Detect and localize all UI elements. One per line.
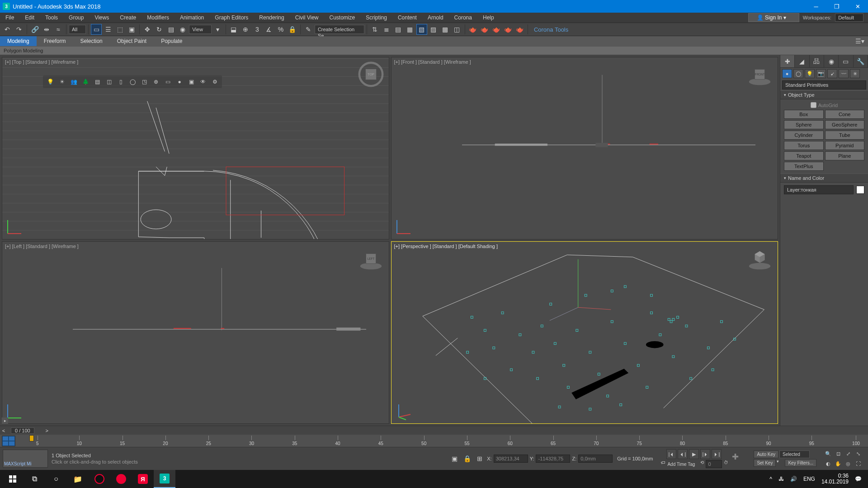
window-crossing-button[interactable]: ▣ (126, 24, 137, 35)
cp-tab-modify[interactable]: ◢ (795, 55, 809, 67)
scale-button[interactable]: ▤ (165, 24, 176, 35)
render-frame[interactable]: 🫖 (467, 24, 478, 35)
render-setup[interactable]: ◫ (452, 24, 462, 35)
layer-explorer[interactable]: ▤ (393, 24, 404, 35)
vtb-box-icon[interactable]: ◳ (140, 77, 149, 86)
viewport-left[interactable]: [+] [Left ] [Standard ] [Wireframe ] LEF… (2, 241, 389, 424)
timetag-icon[interactable]: 🏷 (661, 460, 665, 468)
btn-pyramid[interactable]: Pyramid (825, 141, 865, 150)
vtb-film-icon[interactable]: ▣ (187, 77, 196, 86)
tray-lang[interactable]: ENG (803, 476, 815, 482)
menu-create[interactable]: Create (114, 13, 142, 23)
rect-region-button[interactable]: ⬚ (114, 24, 125, 35)
vtb-light-icon[interactable]: 💡 (46, 77, 55, 86)
align-button[interactable]: ≣ (381, 24, 392, 35)
viewport-front[interactable]: [+] [Front ] [Standard ] [Wireframe ] FR… (391, 57, 778, 239)
vtb-sun-icon[interactable]: ☀ (57, 77, 66, 86)
yandex-icon[interactable]: Я (132, 470, 154, 488)
coord-x[interactable]: 308213,34 (494, 455, 528, 463)
cp-geo-icon[interactable]: ● (782, 69, 792, 78)
menu-scripting[interactable]: Scripting (360, 13, 392, 23)
select-object-button[interactable]: ▭ (91, 24, 102, 35)
tray-vol-icon[interactable]: 🔊 (790, 476, 797, 482)
key-target-dd[interactable]: Selected (779, 450, 810, 458)
menu-grapheditors[interactable]: Graph Editors (209, 13, 254, 23)
viewport-perspective[interactable]: [+] [Perspective ] [Standard ] [Default … (391, 241, 778, 424)
cp-tab-create[interactable]: ✚ (780, 55, 795, 67)
ribbon-menu-icon[interactable]: ☰▾ (854, 36, 865, 47)
viewcube-top[interactable]: TOP (359, 62, 383, 87)
viewcube-front[interactable]: FRONT (747, 62, 772, 87)
btn-torus[interactable]: Torus (784, 141, 824, 150)
key-dd-icon[interactable]: ▾ (777, 459, 784, 466)
lock-icon[interactable]: 🔒 (462, 453, 472, 464)
menu-corona[interactable]: Corona (449, 13, 477, 23)
add-timetag[interactable]: Add Time Tag (667, 462, 695, 467)
menu-modifiers[interactable]: Modifiers (142, 13, 175, 23)
goto-end[interactable]: ⏵| (712, 449, 722, 459)
bind-button[interactable]: ≈ (53, 24, 64, 35)
time-slider-key[interactable] (29, 435, 34, 441)
taskview-icon[interactable]: ⧉ (24, 470, 45, 488)
app1-icon[interactable] (89, 470, 110, 488)
object-name-field[interactable]: Layer:тонкая (784, 185, 854, 194)
cortana-icon[interactable]: ○ (45, 470, 67, 488)
prev-frame[interactable]: ⏴| (678, 449, 688, 459)
viewport-label-front[interactable]: [+] [Front ] [Standard ] [Wireframe ] (394, 59, 471, 65)
keyfilters-button[interactable]: Key Filters... (785, 459, 816, 467)
start-button[interactable] (2, 470, 24, 488)
menu-rendering[interactable]: Rendering (254, 13, 289, 23)
play-button[interactable]: ▶ (689, 449, 699, 459)
menu-tools[interactable]: Tools (40, 13, 63, 23)
cp-lights-icon[interactable]: 💡 (805, 69, 815, 78)
maxscript-mini[interactable]: MAXScript Mi (3, 450, 48, 468)
key-mode[interactable]: ⟲ (700, 460, 704, 468)
time-scroll[interactable]: < 0 / 100 > (0, 426, 868, 435)
vtb-view-icon[interactable]: ◫ (104, 77, 113, 86)
setkey-button[interactable]: Set Key (754, 459, 776, 467)
tab-freeform[interactable]: Freeform (37, 36, 73, 46)
menu-help[interactable]: Help (477, 13, 500, 23)
move-button[interactable]: ✥ (142, 24, 153, 35)
category-dropdown[interactable]: Standard Primitives (782, 80, 866, 89)
vtb-list-icon[interactable]: ▤ (93, 77, 102, 86)
pan-icon[interactable]: ✋ (834, 459, 843, 468)
menu-content[interactable]: Content (392, 13, 422, 23)
menu-edit[interactable]: Edit (19, 13, 40, 23)
goto-start[interactable]: |⏴ (666, 449, 676, 459)
set-key-big[interactable]: ✚ (732, 452, 745, 465)
tray-notif-icon[interactable]: 💬 (855, 476, 862, 482)
mirror-button[interactable]: ⇅ (369, 24, 380, 35)
vtb-orbit-icon[interactable]: ◯ (128, 77, 137, 86)
spinner-snap[interactable]: 🔒 (287, 24, 298, 35)
menu-animation[interactable]: Animation (175, 13, 209, 23)
btn-teapot[interactable]: Teapot (784, 151, 824, 160)
zoom-extall-icon[interactable]: ⤡ (854, 449, 863, 458)
ribbon-panel[interactable]: Polygon Modeling (0, 46, 868, 55)
cp-space-icon[interactable]: 〰 (839, 69, 849, 78)
btn-geosphere[interactable]: GeoSphere (825, 120, 865, 129)
menu-views[interactable]: Views (89, 13, 114, 23)
workspace-dropdown[interactable]: Default (835, 14, 863, 22)
autogrid-check[interactable]: AutoGrid (784, 102, 864, 108)
btn-textplus[interactable]: TextPlus (784, 162, 824, 171)
coord-y[interactable]: -114328,75 (536, 455, 570, 463)
redo-button[interactable]: ↷ (14, 24, 24, 35)
schematic-view[interactable]: ▨ (428, 24, 439, 35)
coord-z[interactable]: 0,0mm (578, 455, 613, 463)
time-prev[interactable]: < (0, 428, 7, 433)
tray-clock[interactable]: 0:36 14.01.2019 (821, 473, 849, 485)
cp-tab-utilities[interactable]: 🔧 (854, 55, 868, 67)
tray-net-icon[interactable]: 🖧 (778, 476, 784, 482)
scene-explorer-toggle[interactable]: ▸ (2, 418, 8, 424)
viewport-layout-toggle[interactable] (2, 436, 15, 446)
placement-button[interactable]: ◉ (177, 24, 188, 35)
abs-rel-icon[interactable]: ⊞ (474, 453, 485, 464)
tab-populate[interactable]: Populate (154, 36, 189, 46)
viewcube-left[interactable]: LEFT (359, 246, 383, 271)
vtb-gear-icon[interactable]: ⚙ (210, 77, 219, 86)
tray-chevron-icon[interactable]: ^ (769, 476, 772, 482)
render-iter[interactable]: 🫖 (491, 24, 502, 35)
cp-tab-display[interactable]: ▭ (839, 55, 853, 67)
object-color-swatch[interactable] (856, 186, 864, 194)
